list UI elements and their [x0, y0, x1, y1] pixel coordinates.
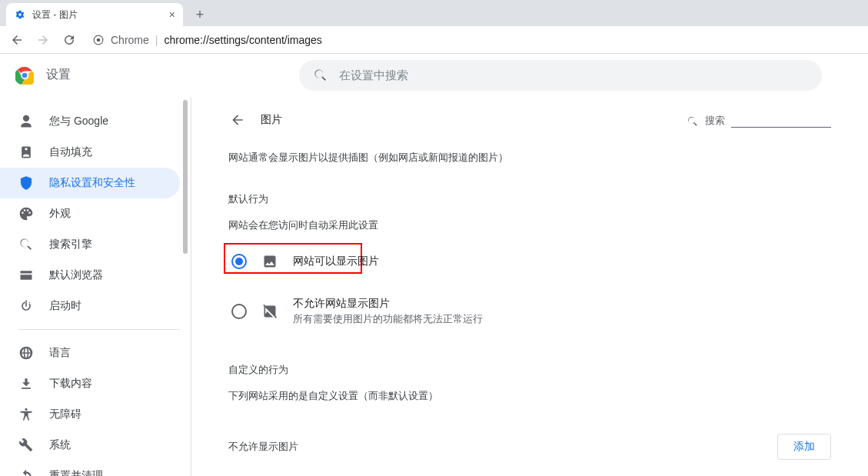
- search-icon: [18, 237, 34, 252]
- block-section-title: 不允许显示图片: [228, 440, 298, 454]
- sidebar-item-system[interactable]: 系统: [0, 430, 180, 461]
- svg-point-4: [22, 72, 28, 78]
- sidebar-item-label: 默认浏览器: [49, 268, 103, 282]
- empty-list-text: 未添加任何网站: [228, 460, 831, 476]
- default-behavior-desc: 网站会在您访问时自动采用此设置: [228, 218, 831, 232]
- settings-content: 图片 搜索 网站通常会显示图片以提供插图（例如网店或新闻报道的图片） 默认行为 …: [191, 97, 868, 476]
- page-header: 图片 搜索: [228, 111, 831, 129]
- sidebar-item-label: 搜索引擎: [49, 238, 92, 251]
- url-text: chrome://settings/content/images: [164, 34, 321, 46]
- sidebar-item-label: 您与 Google: [49, 115, 108, 128]
- page-title: 图片: [261, 113, 282, 127]
- sidebar-scrollbar[interactable]: [180, 97, 191, 476]
- page-description: 网站通常会显示图片以提供插图（例如网店或新闻报道的图片）: [228, 151, 831, 165]
- sidebar-item-label: 外观: [49, 207, 71, 221]
- sidebar-item-label: 启动时: [49, 299, 81, 313]
- sidebar-item-label: 无障碍: [49, 408, 81, 421]
- custom-behavior-title: 自定义的行为: [228, 363, 831, 377]
- browser-toolbar: Chrome | chrome://settings/content/image…: [0, 26, 868, 54]
- radio-block-images[interactable]: 不允许网站显示图片 所有需要使用图片的功能都将无法正常运行: [228, 291, 831, 332]
- svg-point-1: [97, 38, 101, 42]
- add-site-button[interactable]: 添加: [777, 434, 831, 460]
- url-prefix: Chrome: [111, 34, 149, 46]
- sidebar-item-label: 语言: [49, 346, 71, 360]
- default-behavior-title: 默认行为: [228, 192, 831, 206]
- image-icon: [262, 254, 278, 269]
- sidebar-item-default-browser[interactable]: 默认浏览器: [0, 260, 180, 291]
- sidebar-item-label: 下载内容: [49, 377, 92, 391]
- sidebar-item-search-engine[interactable]: 搜索引擎: [0, 229, 180, 260]
- new-tab-button[interactable]: +: [189, 4, 211, 25]
- search-icon: [313, 68, 328, 83]
- settings-search-input[interactable]: [339, 68, 808, 82]
- radio-label-main: 不允许网站显示图片: [293, 297, 390, 309]
- sidebar-item-label: 重置并清理: [49, 469, 103, 476]
- shield-icon: [18, 175, 34, 191]
- sidebar-item-label: 隐私设置和安全性: [49, 176, 135, 190]
- browser-tab-strip: 设置 - 图片 × +: [0, 0, 868, 26]
- browser-tab[interactable]: 设置 - 图片 ×: [6, 3, 183, 26]
- reload-button[interactable]: [58, 29, 80, 51]
- settings-title: 设置: [46, 67, 71, 83]
- sidebar-item-you-and-google[interactable]: 您与 Google: [0, 106, 180, 137]
- forward-button[interactable]: [32, 29, 54, 51]
- sidebar-item-autofill[interactable]: 自动填充: [0, 137, 180, 168]
- custom-behavior-desc: 下列网站采用的是自定义设置（而非默认设置）: [228, 389, 831, 403]
- gear-icon: [14, 8, 26, 21]
- radio-allow-images[interactable]: 网站可以显示图片: [228, 248, 831, 275]
- browser-icon: [18, 268, 34, 283]
- content-back-button[interactable]: [228, 111, 247, 129]
- search-icon: [687, 115, 699, 128]
- settings-search-box[interactable]: [299, 60, 822, 91]
- annotation-arrow: [191, 235, 199, 351]
- settings-header: 设置: [0, 54, 868, 97]
- globe-icon: [18, 345, 34, 361]
- chrome-logo-icon: [15, 66, 34, 85]
- content-search-input[interactable]: [731, 112, 831, 128]
- sidebar-item-label: 系统: [49, 438, 71, 452]
- wrench-icon: [18, 438, 34, 453]
- sidebar-item-label: 自动填充: [49, 145, 92, 159]
- back-button[interactable]: [6, 29, 28, 51]
- reset-icon: [18, 468, 34, 476]
- sidebar-item-startup[interactable]: 启动时: [0, 291, 180, 321]
- radio-label: 网站可以显示图片: [293, 255, 379, 268]
- settings-sidebar: 您与 Google 自动填充 隐私设置和安全性 外观 搜索引擎 默认浏览器: [0, 97, 191, 476]
- tab-title: 设置 - 图片: [32, 8, 78, 22]
- close-icon[interactable]: ×: [169, 8, 175, 21]
- power-icon: [18, 298, 34, 314]
- sidebar-item-downloads[interactable]: 下载内容: [0, 368, 180, 399]
- autofill-icon: [18, 145, 34, 160]
- image-off-icon: [262, 304, 278, 319]
- sidebar-item-appearance[interactable]: 外观: [0, 198, 180, 229]
- sidebar-divider: [18, 329, 180, 330]
- sidebar-item-privacy[interactable]: 隐私设置和安全性: [0, 168, 180, 198]
- sidebar-item-language[interactable]: 语言: [0, 338, 180, 368]
- address-bar[interactable]: Chrome | chrome://settings/content/image…: [85, 29, 862, 51]
- radio-label: 不允许网站显示图片 所有需要使用图片的功能都将无法正常运行: [293, 297, 483, 326]
- chrome-icon: [92, 34, 105, 46]
- url-separator: |: [155, 34, 158, 46]
- radio-button-unselected[interactable]: [231, 304, 247, 319]
- radio-button-selected[interactable]: [231, 254, 247, 269]
- download-icon: [18, 376, 34, 391]
- content-search[interactable]: 搜索: [687, 112, 831, 128]
- person-icon: [18, 114, 34, 129]
- sidebar-item-reset[interactable]: 重置并清理: [0, 461, 180, 476]
- radio-label-sub: 所有需要使用图片的功能都将无法正常运行: [293, 312, 483, 326]
- palette-icon: [18, 206, 34, 221]
- search-label: 搜索: [705, 114, 725, 128]
- sidebar-item-accessibility[interactable]: 无障碍: [0, 399, 180, 430]
- accessibility-icon: [18, 407, 34, 422]
